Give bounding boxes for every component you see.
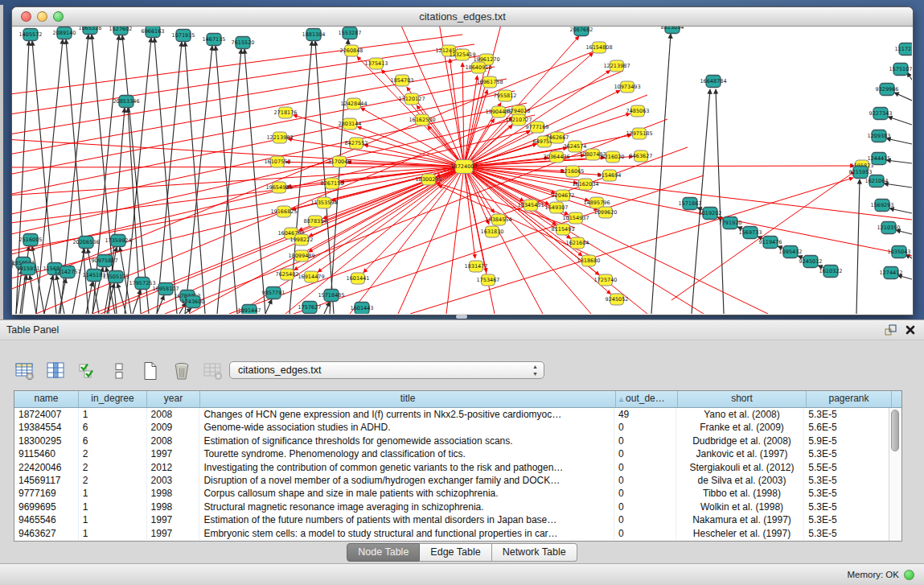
cell-short[interactable]: Nakamura et al. (1997) — [676, 513, 805, 526]
cell-title[interactable]: Estimation of the future numbers of pati… — [199, 513, 614, 526]
table-selector-dropdown[interactable]: citations_edges.txt ▲▼ — [229, 361, 544, 379]
graph-edge[interactable] — [294, 115, 464, 167]
graph-edge[interactable] — [464, 76, 478, 167]
cell-title[interactable]: Estimation of significance thresholds fo… — [199, 435, 614, 447]
cell-name[interactable]: 19384554 — [14, 421, 79, 434]
cell-out_degree[interactable]: 0 — [614, 421, 676, 434]
cell-name[interactable]: 9777169 — [14, 487, 79, 500]
cell-short[interactable]: Tibbo et al. (1998) — [676, 487, 805, 500]
float-window-icon[interactable] — [884, 323, 897, 336]
graph-edge[interactable] — [856, 179, 860, 314]
table-row[interactable]: 1938455462009Genome-wide association stu… — [14, 421, 889, 434]
graph-edge[interactable] — [12, 67, 495, 155]
column-visibility-icon[interactable] — [44, 360, 68, 382]
table-row[interactable]: 911546021997Tourette syndrome. Phenomeno… — [14, 447, 889, 460]
table-row[interactable]: 1872400712008Changes of HCN gene express… — [14, 408, 889, 421]
tab-network-table[interactable]: Network Table — [492, 543, 577, 562]
cell-pagerank[interactable]: 5.9E-5 — [804, 435, 889, 447]
cell-out_degree[interactable]: 0 — [614, 474, 676, 487]
deselect-all-rows-icon[interactable] — [107, 360, 131, 382]
table-row[interactable]: 969969511998Structural magnetic resonanc… — [14, 501, 889, 513]
table-row[interactable]: 1456911722003Disruption of a novel membe… — [14, 474, 889, 487]
cell-pagerank[interactable]: 5.3E-5 — [804, 501, 889, 513]
graph-edge[interactable] — [122, 35, 149, 314]
cell-short[interactable]: Yano et al. (2008) — [676, 408, 805, 421]
cell-pagerank[interactable]: 5.3E-5 — [804, 527, 889, 540]
cell-title[interactable]: Genome-wide association studies in ADHD. — [199, 421, 614, 434]
graph-edge[interactable] — [244, 49, 265, 314]
cell-name[interactable]: 9463627 — [14, 527, 79, 540]
cell-name[interactable]: 22420046 — [14, 461, 79, 474]
tab-edge-table[interactable]: Edge Table — [420, 543, 491, 562]
table-row[interactable]: 946362711997Embryonic stem cells: a mode… — [14, 527, 889, 540]
cell-pagerank[interactable]: 5.6E-5 — [804, 421, 889, 434]
cell-in_degree[interactable]: 6 — [79, 421, 147, 434]
close-panel-icon[interactable] — [905, 324, 916, 336]
graph-edge[interactable] — [888, 117, 912, 125]
graph-edge[interactable] — [907, 72, 912, 87]
graph-edge[interactable] — [44, 275, 53, 314]
table-settings-icon[interactable] — [13, 360, 37, 382]
cell-year[interactable]: 2009 — [147, 421, 200, 434]
cell-pagerank[interactable]: 5.5E-5 — [804, 461, 889, 474]
column-header-year[interactable]: year — [147, 391, 200, 407]
delete-table-icon[interactable] — [201, 360, 225, 382]
minimize-window-button[interactable] — [37, 11, 47, 22]
column-header-pagerank[interactable]: pagerank — [807, 391, 892, 407]
splitter-grip[interactable] — [456, 315, 467, 319]
cell-short[interactable]: Franke et al. (2009) — [676, 421, 805, 434]
cell-in_degree[interactable]: 2 — [79, 447, 147, 460]
cell-pagerank[interactable]: 5.3E-5 — [804, 487, 889, 500]
cell-year[interactable]: 1997 — [147, 447, 200, 460]
table-scrollbar[interactable] — [889, 408, 901, 541]
cell-in_degree[interactable]: 1 — [79, 527, 147, 540]
side-panel-divider[interactable] — [0, 5, 3, 319]
graph-edge[interactable] — [464, 167, 555, 193]
graph-edge[interactable] — [117, 283, 126, 314]
cell-in_degree[interactable]: 1 — [79, 501, 147, 513]
cell-year[interactable]: 2008 — [147, 408, 200, 421]
cell-name[interactable]: 9699695 — [14, 501, 79, 513]
table-row[interactable]: 946554611997Estimation of the future num… — [14, 513, 889, 526]
graph-edge[interactable] — [12, 167, 464, 167]
memory-status-indicator[interactable] — [904, 570, 914, 580]
cell-title[interactable]: Disruption of a novel member of a sodium… — [199, 474, 614, 487]
cell-pagerank[interactable]: 5.3E-5 — [804, 408, 889, 421]
tab-node-table[interactable]: Node Table — [347, 543, 420, 562]
cell-out_degree[interactable]: 0 — [614, 501, 676, 513]
table-row[interactable]: 977716911998Corpus callosum shape and si… — [14, 487, 889, 500]
cell-title[interactable]: Tourette syndrome. Phenomenology and cla… — [199, 447, 614, 460]
column-header-short[interactable]: short — [678, 391, 807, 407]
cell-out_degree[interactable]: 49 — [614, 408, 676, 421]
graph-edge[interactable] — [464, 167, 768, 314]
zoom-window-button[interactable] — [53, 11, 64, 22]
cell-short[interactable]: Hescheler et al. (1997) — [676, 527, 805, 540]
cell-title[interactable]: Changes of HCN gene expression and I(f) … — [199, 408, 614, 421]
graph-edge[interactable] — [894, 93, 912, 101]
graph-edge[interactable] — [651, 34, 671, 314]
graph-edge[interactable] — [889, 208, 912, 213]
cell-name[interactable]: 14569117 — [14, 474, 79, 487]
column-header-title[interactable]: title — [200, 391, 616, 407]
cell-title[interactable]: Investigating the contribution of common… — [199, 461, 614, 474]
cell-in_degree[interactable]: 1 — [79, 487, 147, 500]
cell-year[interactable]: 1998 — [147, 487, 200, 500]
graph-edge[interactable] — [464, 167, 582, 256]
table-row[interactable]: 1830029562008Estimation of significance … — [14, 435, 889, 447]
graph-edge[interactable] — [671, 171, 855, 300]
graph-edge[interactable] — [59, 278, 66, 314]
cell-title[interactable]: Corpus callosum shape and size in male p… — [199, 487, 614, 500]
cell-out_degree[interactable]: 0 — [614, 461, 676, 474]
close-window-button[interactable] — [21, 11, 31, 22]
cell-name[interactable]: 18300295 — [14, 435, 79, 447]
column-header-name[interactable]: name — [14, 391, 79, 407]
cell-out_degree[interactable]: 0 — [614, 527, 676, 540]
cell-out_degree[interactable]: 0 — [614, 447, 676, 460]
cell-year[interactable]: 2012 — [147, 461, 200, 474]
cell-year[interactable]: 1997 — [147, 513, 200, 526]
network-graph[interactable]: 1872400727181761221398316107553196549851… — [12, 27, 912, 314]
graph-edge[interactable] — [716, 89, 724, 314]
cell-in_degree[interactable]: 1 — [79, 408, 147, 421]
cell-name[interactable]: 9115460 — [14, 447, 79, 460]
new-file-icon[interactable] — [138, 360, 162, 382]
